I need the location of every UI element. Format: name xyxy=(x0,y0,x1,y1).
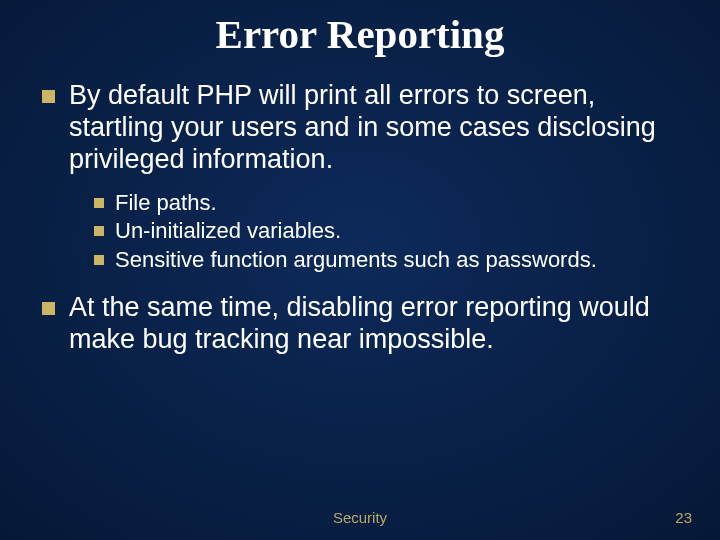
square-bullet-icon xyxy=(42,302,55,315)
square-bullet-icon xyxy=(94,198,104,208)
page-number: 23 xyxy=(675,509,692,526)
bullet-text: Sensitive function arguments such as pas… xyxy=(115,247,597,274)
footer-label: Security xyxy=(333,509,387,526)
slide-title: Error Reporting xyxy=(38,10,682,58)
bullet-item: File paths. xyxy=(94,190,682,217)
slide-content: By default PHP will print all errors to … xyxy=(38,80,682,356)
square-bullet-icon xyxy=(94,255,104,265)
square-bullet-icon xyxy=(94,226,104,236)
sub-bullet-list: File paths. Un-initialized variables. Se… xyxy=(42,190,682,274)
bullet-text: File paths. xyxy=(115,190,217,217)
bullet-item: At the same time, disabling error report… xyxy=(42,292,682,356)
bullet-item: Sensitive function arguments such as pas… xyxy=(94,247,682,274)
slide: Error Reporting By default PHP will prin… xyxy=(0,0,720,540)
bullet-item: By default PHP will print all errors to … xyxy=(42,80,682,176)
square-bullet-icon xyxy=(42,90,55,103)
bullet-text: By default PHP will print all errors to … xyxy=(69,80,682,176)
bullet-text: At the same time, disabling error report… xyxy=(69,292,682,356)
slide-footer: Security 23 xyxy=(0,509,720,526)
bullet-item: Un-initialized variables. xyxy=(94,218,682,245)
bullet-text: Un-initialized variables. xyxy=(115,218,341,245)
